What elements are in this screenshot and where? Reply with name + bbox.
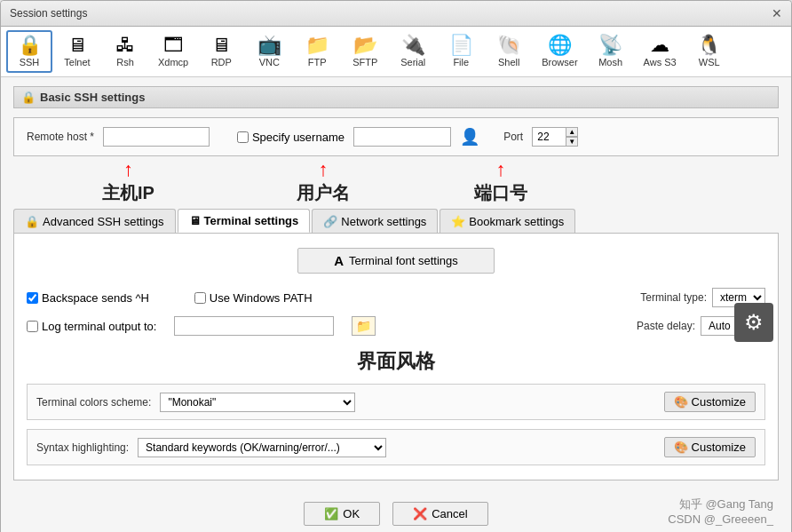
rdp-icon: 🖥 xyxy=(211,36,231,55)
use-windows-path-text: Use Windows PATH xyxy=(210,291,313,305)
wsl-icon: 🐧 xyxy=(697,36,721,55)
title-bar: Session settings ✕ xyxy=(1,1,791,27)
aws_s3-label: Aws S3 xyxy=(644,57,677,67)
basic-ssh-icon: 🔒 xyxy=(21,91,36,104)
tab-network_settings[interactable]: 🔗 Network settings xyxy=(312,209,438,233)
basic-settings-box: Remote host * Specify username 👤 Port xyxy=(13,117,779,156)
toolbar-item-ftp[interactable]: 📁 FTP xyxy=(294,30,340,73)
telnet-icon: 🖥 xyxy=(67,36,87,55)
syntax-customize-label: Customize xyxy=(692,441,746,454)
log-terminal-checkbox[interactable] xyxy=(27,321,38,332)
colors-scheme-select[interactable]: "Monokai" Default Solarized Dark Solariz… xyxy=(160,393,355,412)
toolbar-item-ssh[interactable]: 🔒 SSH xyxy=(6,30,52,73)
tab-advanced_ssh[interactable]: 🔒 Advanced SSH settings xyxy=(13,209,176,233)
port-input[interactable] xyxy=(532,127,567,147)
annotation-username: 用户名 xyxy=(297,181,350,205)
network_settings-label: Network settings xyxy=(341,215,426,228)
backspace-checkbox[interactable] xyxy=(27,292,38,304)
rsh-label: Rsh xyxy=(116,57,134,67)
settings-row-1: Backspace sends ^H Use Windows PATH Term… xyxy=(27,288,765,307)
folder-icon-button[interactable]: 📁 xyxy=(352,316,376,336)
toolbar-item-aws_s3[interactable]: ☁ Aws S3 xyxy=(636,30,685,73)
toolbar-item-shell[interactable]: 🐚 Shell xyxy=(486,30,532,73)
remote-host-input[interactable] xyxy=(103,127,210,147)
log-terminal-input[interactable] xyxy=(174,316,334,336)
tab-terminal_settings[interactable]: 🖥 Terminal settings xyxy=(178,209,311,233)
log-terminal-label: Log terminal output to: xyxy=(42,320,156,333)
advanced_ssh-label: Advanced SSH settings xyxy=(43,215,164,228)
username-input[interactable] xyxy=(353,127,451,147)
rsh-icon: 🖧 xyxy=(115,36,135,55)
toolbar-item-telnet[interactable]: 🖥 Telnet xyxy=(54,30,100,73)
user-icon-button[interactable]: 👤 xyxy=(460,127,479,147)
wsl-label: WSL xyxy=(699,57,720,67)
xdmcp-icon: 🗔 xyxy=(163,36,183,55)
sftp-icon: 📂 xyxy=(353,36,377,55)
port-spinner[interactable]: ▲ ▼ xyxy=(566,127,578,147)
vnc-label: VNC xyxy=(259,57,280,67)
toolbar: 🔒 SSH 🖥 Telnet 🖧 Rsh 🗔 Xdmcp 🖥 RDP 📺 VNC… xyxy=(1,27,791,77)
colors-customize-icon: 🎨 xyxy=(674,395,688,409)
annotation-style: 界面风格 xyxy=(27,348,765,375)
specify-username-checkbox[interactable] xyxy=(237,131,249,143)
rdp-label: RDP xyxy=(211,57,232,67)
use-windows-path-label[interactable]: Use Windows PATH xyxy=(194,291,313,305)
syntax-highlighting-row: Syntax highlighting: Standard keywords (… xyxy=(27,429,765,465)
toolbar-item-file[interactable]: 📄 File xyxy=(438,30,484,73)
ssh-label: SSH xyxy=(20,57,40,67)
serial-label: Serial xyxy=(400,57,425,67)
log-terminal-checkbox-label[interactable]: Log terminal output to: xyxy=(27,320,156,333)
paste-delay-label: Paste delay: xyxy=(637,320,695,332)
syntax-highlighting-select[interactable]: Standard keywords (OK/warning/error/...)… xyxy=(138,438,386,457)
port-down-button[interactable]: ▼ xyxy=(566,137,578,147)
port-label: Port xyxy=(503,131,523,143)
basic-ssh-header: 🔒 Basic SSH settings xyxy=(13,86,779,108)
syntax-highlighting-label: Syntax highlighting: xyxy=(36,441,129,454)
window-title: Session settings xyxy=(10,7,87,20)
xdmcp-label: Xdmcp xyxy=(158,57,188,67)
colors-customize-label: Customize xyxy=(692,395,746,409)
specify-username-label: Specify username xyxy=(252,131,345,144)
ftp-icon: 📁 xyxy=(305,36,329,55)
tabs-row: 🔒 Advanced SSH settings🖥 Terminal settin… xyxy=(13,209,779,234)
browser-icon: 🌐 xyxy=(548,36,572,55)
syntax-customize-button[interactable]: 🎨 Customize xyxy=(664,437,756,457)
backspace-label: Backspace sends ^H xyxy=(42,291,149,305)
terminal_settings-label: Terminal settings xyxy=(204,214,299,227)
cancel-button[interactable]: ❌ Cancel xyxy=(392,502,487,526)
toolbar-item-sftp[interactable]: 📂 SFTP xyxy=(342,30,388,73)
annotation-ip: 主机IP xyxy=(102,181,154,205)
toolbar-item-xdmcp[interactable]: 🗔 Xdmcp xyxy=(150,30,196,73)
tab-bookmark_settings[interactable]: ⭐ Bookmark settings xyxy=(440,209,575,233)
terminal-font-settings-button[interactable]: A Terminal font settings xyxy=(297,248,495,274)
port-up-button[interactable]: ▲ xyxy=(566,127,578,137)
use-windows-path-checkbox[interactable] xyxy=(194,292,206,304)
file-icon: 📄 xyxy=(449,36,473,55)
toolbar-item-browser[interactable]: 🌐 Browser xyxy=(534,30,585,73)
ssh-icon: 🔒 xyxy=(18,36,42,55)
ok-icon: ✅ xyxy=(324,507,338,520)
watermark-line2: CSDN @_Greeeen_ xyxy=(668,512,773,526)
remote-host-row: Remote host * Specify username 👤 Port xyxy=(27,127,765,147)
sftp-label: SFTP xyxy=(352,57,377,67)
basic-ssh-title: Basic SSH settings xyxy=(40,91,146,104)
font-settings-label: Terminal font settings xyxy=(349,254,458,267)
mosh-label: Mosh xyxy=(598,57,622,67)
gear-icon: ⚙ xyxy=(744,310,764,335)
toolbar-item-rdp[interactable]: 🖥 RDP xyxy=(198,30,244,73)
main-content: 🔒 Basic SSH settings Remote host * Speci… xyxy=(1,77,791,489)
close-button[interactable]: ✕ xyxy=(772,6,782,20)
ok-button[interactable]: ✅ OK xyxy=(304,502,380,526)
cancel-label: Cancel xyxy=(432,507,467,520)
toolbar-item-mosh[interactable]: 📡 Mosh xyxy=(588,30,634,73)
backspace-checkbox-label[interactable]: Backspace sends ^H xyxy=(27,291,149,305)
toolbar-item-wsl[interactable]: 🐧 WSL xyxy=(686,30,733,73)
toolbar-item-rsh[interactable]: 🖧 Rsh xyxy=(102,30,148,73)
toolbar-item-vnc[interactable]: 📺 VNC xyxy=(246,30,292,73)
basic-ssh-section: 🔒 Basic SSH settings Remote host * Speci… xyxy=(13,86,779,205)
colors-customize-button[interactable]: 🎨 Customize xyxy=(664,392,756,412)
specify-username-checkbox-label[interactable]: Specify username xyxy=(237,131,345,144)
font-settings-button-container: A Terminal font settings xyxy=(27,248,765,274)
ok-label: OK xyxy=(343,507,360,520)
toolbar-item-serial[interactable]: 🔌 Serial xyxy=(390,30,436,73)
